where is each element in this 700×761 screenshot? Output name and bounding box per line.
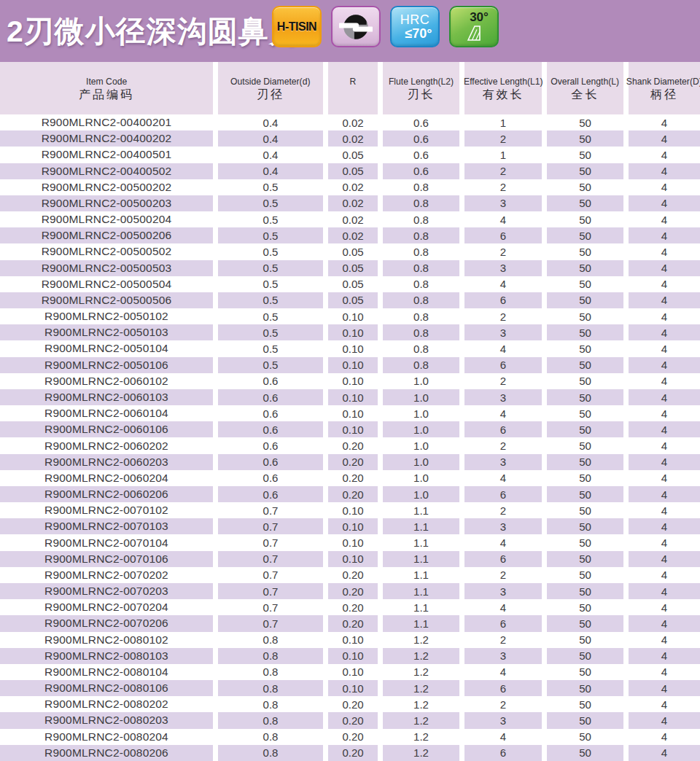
- header-label-en: Effective Length(L1): [464, 75, 543, 87]
- outside-diameter-cell: 0.6: [218, 373, 323, 389]
- header-label-zh: 刃径: [257, 87, 284, 102]
- helix-angle-icon: [465, 23, 483, 42]
- shank-diameter-cell: 4: [629, 340, 700, 356]
- header-label-zh: 产品编码: [79, 87, 134, 102]
- outside-diameter-cell: 0.8: [218, 729, 323, 745]
- item-code-cell: R900MLRNC2-0070104: [0, 534, 213, 550]
- effective-length-cell: 6: [464, 486, 542, 502]
- shank-diameter-cell: 4: [629, 373, 700, 389]
- table-header: Item Code 产品编码 Outside Diameter(d) 刃径 R …: [0, 62, 700, 114]
- shank-diameter-cell: 4: [629, 179, 700, 195]
- overall-length-cell: 50: [547, 680, 623, 696]
- header-cell-radius: R: [328, 62, 378, 114]
- flute-length-cell: 0.6: [383, 147, 459, 163]
- shank-diameter-cell: 4: [629, 292, 700, 308]
- item-code-cell: R900MLRNC2-0070106: [0, 551, 213, 567]
- shank-diameter-cell: 4: [629, 599, 700, 615]
- flute-length-cell: 1.0: [383, 421, 459, 437]
- radius-cell: 0.20: [328, 454, 378, 470]
- item-code-cell: R900MLRNC2-0060206: [0, 486, 213, 502]
- outside-diameter-cell: 0.7: [218, 534, 323, 550]
- overall-length-cell: 50: [547, 534, 623, 550]
- overall-length-cell: 50: [547, 583, 623, 599]
- table-row: R900MLRNC2-00702030.70.201.13504: [0, 583, 700, 599]
- outside-diameter-cell: 0.7: [218, 551, 323, 567]
- header-label-en: Outside Diameter(d): [230, 75, 310, 87]
- flute-length-cell: 1.0: [383, 405, 459, 421]
- item-code-cell: R900MLRNC2-0050103: [0, 324, 213, 340]
- overall-length-cell: 50: [547, 745, 623, 761]
- item-code-cell: R900MLRNC2-0080203: [0, 712, 213, 728]
- item-code-cell: R900MLRNC2-00500504: [0, 276, 213, 292]
- effective-length-cell: 6: [464, 227, 542, 243]
- table-row: R900MLRNC2-005005030.50.050.83504: [0, 260, 700, 276]
- shank-diameter-cell: 4: [629, 454, 700, 470]
- flute-length-cell: 0.8: [383, 340, 459, 356]
- effective-length-cell: 3: [464, 195, 542, 211]
- item-code-cell: R900MLRNC2-0070202: [0, 567, 213, 583]
- flute-length-cell: 1.1: [383, 518, 459, 534]
- flute-length-cell: 1.1: [383, 534, 459, 550]
- radius-cell: 0.05: [328, 147, 378, 163]
- table-row: R900MLRNC2-00601060.60.101.06504: [0, 421, 700, 437]
- flute-length-cell: 1.0: [383, 470, 459, 486]
- table-row: R900MLRNC2-00501040.50.100.84504: [0, 340, 700, 356]
- badge-helix-angle: 30°: [449, 6, 499, 47]
- overall-length-cell: 50: [547, 470, 623, 486]
- effective-length-cell: 6: [464, 421, 542, 437]
- badge-strip: H-TISIN HRC: [272, 6, 499, 47]
- shank-diameter-cell: 4: [629, 147, 700, 163]
- outside-diameter-cell: 0.4: [218, 163, 323, 179]
- flute-length-cell: 1.2: [383, 680, 459, 696]
- flute-length-cell: 1.2: [383, 712, 459, 728]
- flute-length-cell: 1.0: [383, 486, 459, 502]
- table-row: R900MLRNC2-00701060.70.101.16504: [0, 551, 700, 567]
- header-label-en: R: [350, 75, 357, 87]
- radius-cell: 0.20: [328, 437, 378, 453]
- table-row: R900MLRNC2-00802020.80.201.22504: [0, 696, 700, 712]
- item-code-cell: R900MLRNC2-0060104: [0, 405, 213, 421]
- outside-diameter-cell: 0.6: [218, 437, 323, 453]
- radius-cell: 0.10: [328, 308, 378, 324]
- table-row: R900MLRNC2-004005010.40.050.61504: [0, 147, 700, 163]
- flute-length-cell: 0.8: [383, 195, 459, 211]
- effective-length-cell: 6: [464, 680, 542, 696]
- header-label-en: Item Code: [86, 75, 127, 87]
- overall-length-cell: 50: [547, 551, 623, 567]
- effective-length-cell: 4: [464, 470, 542, 486]
- radius-cell: 0.10: [328, 648, 378, 664]
- flute-length-cell: 1.1: [383, 502, 459, 518]
- badge-hardness: HRC ≤70°: [390, 6, 440, 47]
- outside-diameter-cell: 0.7: [218, 583, 323, 599]
- table-row: R900MLRNC2-00602030.60.201.03504: [0, 454, 700, 470]
- radius-cell: 0.20: [328, 567, 378, 583]
- effective-length-cell: 2: [464, 696, 542, 712]
- radius-cell: 0.05: [328, 163, 378, 179]
- overall-length-cell: 50: [547, 405, 623, 421]
- table-body: R900MLRNC2-004002010.40.020.61504R900MLR…: [0, 114, 700, 761]
- flute-length-cell: 1.2: [383, 632, 459, 648]
- shank-diameter-cell: 4: [629, 502, 700, 518]
- table-row: R900MLRNC2-004005020.40.050.62504: [0, 163, 700, 179]
- item-code-cell: R900MLRNC2-0070206: [0, 615, 213, 631]
- overall-length-cell: 50: [547, 179, 623, 195]
- overall-length-cell: 50: [547, 227, 623, 243]
- table-row: R900MLRNC2-00602040.60.201.04504: [0, 470, 700, 486]
- item-code-cell: R900MLRNC2-0050104: [0, 340, 213, 356]
- table-row: R900MLRNC2-005002020.50.020.82504: [0, 179, 700, 195]
- effective-length-cell: 3: [464, 518, 542, 534]
- effective-length-cell: 2: [464, 373, 542, 389]
- flute-length-cell: 0.6: [383, 163, 459, 179]
- effective-length-cell: 2: [464, 567, 542, 583]
- effective-length-cell: 2: [464, 437, 542, 453]
- outside-diameter-cell: 0.7: [218, 518, 323, 534]
- effective-length-cell: 6: [464, 551, 542, 567]
- effective-length-cell: 6: [464, 357, 542, 373]
- item-code-cell: R900MLRNC2-0080204: [0, 729, 213, 745]
- overall-length-cell: 50: [547, 599, 623, 615]
- effective-length-cell: 3: [464, 583, 542, 599]
- effective-length-cell: 4: [464, 405, 542, 421]
- radius-cell: 0.10: [328, 405, 378, 421]
- table-row: R900MLRNC2-00701020.70.101.12504: [0, 502, 700, 518]
- outside-diameter-cell: 0.5: [218, 292, 323, 308]
